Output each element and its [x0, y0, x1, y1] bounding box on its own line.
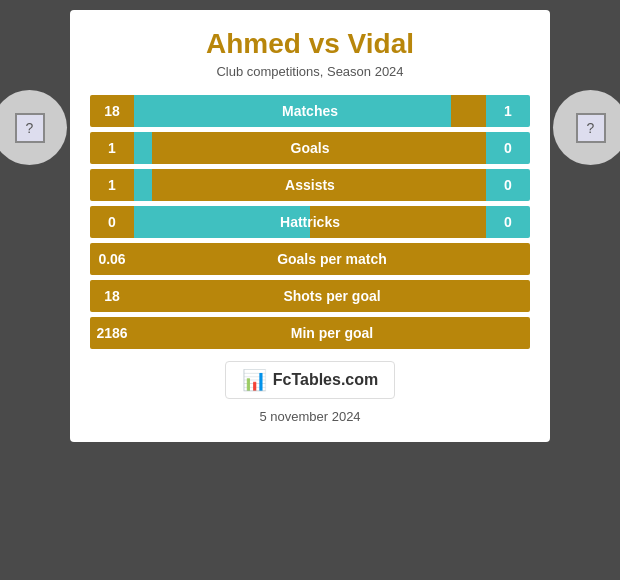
- stat-row-hattricks: 0Hattricks0: [90, 206, 530, 238]
- avatar-right-placeholder: ?: [576, 113, 606, 143]
- stat-label-matches: Matches: [282, 103, 338, 119]
- stat-bar-goals: Goals: [134, 132, 486, 164]
- logo-icon: 📊: [242, 368, 267, 392]
- stat-left-val-shots-per-goal: 18: [90, 280, 134, 312]
- stat-left-val-goals-per-match: 0.06: [90, 243, 134, 275]
- footer-date: 5 november 2024: [90, 409, 530, 424]
- stat-bar-goals-per-match: Goals per match: [134, 243, 530, 275]
- stat-left-val-hattricks: 0: [90, 206, 134, 238]
- stat-bar-matches: Matches: [134, 95, 486, 127]
- stat-bar-min-per-goal: Min per goal: [134, 317, 530, 349]
- stat-left-val-assists: 1: [90, 169, 134, 201]
- stat-right-val-hattricks: 0: [486, 206, 530, 238]
- stat-bar-fill-assists: [134, 169, 152, 201]
- page-subtitle: Club competitions, Season 2024: [90, 64, 530, 79]
- avatar-left: ?: [0, 90, 67, 165]
- stat-bar-assists: Assists: [134, 169, 486, 201]
- stat-bar-hattricks: Hattricks: [134, 206, 486, 238]
- logo-text: FcTables.com: [273, 371, 379, 389]
- stat-bar-fill-goals: [134, 132, 152, 164]
- stat-label-min-per-goal: Min per goal: [291, 325, 373, 341]
- stat-row-min-per-goal: 2186Min per goal: [90, 317, 530, 349]
- stat-row-goals: 1Goals0: [90, 132, 530, 164]
- stat-label-goals: Goals: [291, 140, 330, 156]
- stat-right-val-assists: 0: [486, 169, 530, 201]
- stat-row-shots-per-goal: 18Shots per goal: [90, 280, 530, 312]
- stat-label-goals-per-match: Goals per match: [277, 251, 387, 267]
- stat-row-goals-per-match: 0.06Goals per match: [90, 243, 530, 275]
- stat-left-val-min-per-goal: 2186: [90, 317, 134, 349]
- avatar-right: ?: [553, 90, 620, 165]
- page-title: Ahmed vs Vidal: [90, 28, 530, 60]
- stat-right-val-matches: 1: [486, 95, 530, 127]
- logo-box: 📊 FcTables.com: [225, 361, 396, 399]
- stat-left-val-goals: 1: [90, 132, 134, 164]
- avatar-left-placeholder: ?: [15, 113, 45, 143]
- stat-label-assists: Assists: [285, 177, 335, 193]
- logo-area: 📊 FcTables.com: [90, 361, 530, 399]
- comparison-card: Ahmed vs Vidal Club competitions, Season…: [70, 10, 550, 442]
- stat-right-val-goals: 0: [486, 132, 530, 164]
- stat-label-hattricks: Hattricks: [280, 214, 340, 230]
- stat-bar-shots-per-goal: Shots per goal: [134, 280, 530, 312]
- stat-left-val-matches: 18: [90, 95, 134, 127]
- stat-label-shots-per-goal: Shots per goal: [283, 288, 380, 304]
- stat-row-matches: 18Matches1: [90, 95, 530, 127]
- stats-container: 18Matches11Goals01Assists00Hattricks00.0…: [90, 95, 530, 349]
- stat-row-assists: 1Assists0: [90, 169, 530, 201]
